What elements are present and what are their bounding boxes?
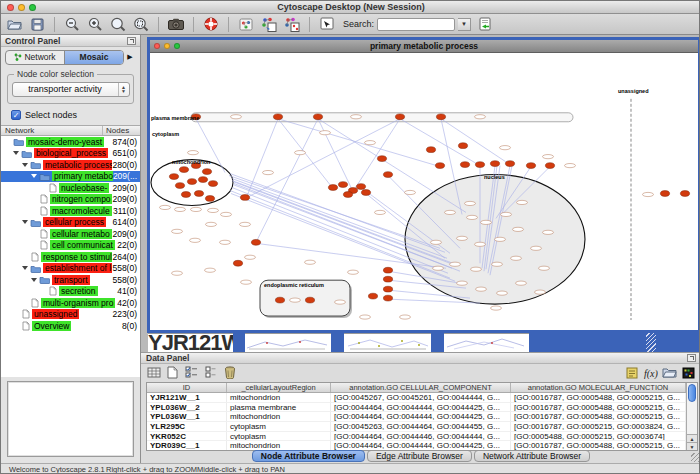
gene-node[interactable]	[240, 222, 251, 226]
selected-gene-node[interactable]	[526, 163, 535, 169]
open-attributes-icon[interactable]	[662, 366, 677, 380]
tree-item-unassigned[interactable]: unassigned223(0)	[1, 309, 140, 321]
selected-gene-node[interactable]	[680, 191, 689, 197]
selected-gene-node[interactable]	[475, 162, 484, 168]
background-window-1[interactable]: YJR121W	[148, 333, 233, 352]
gene-node[interactable]	[513, 227, 524, 231]
zoom-out-icon[interactable]	[63, 15, 81, 33]
gene-node[interactable]	[500, 146, 511, 150]
select-nodes-checkbox[interactable]: ✓	[11, 110, 21, 120]
selected-gene-node[interactable]	[383, 276, 392, 282]
gene-node[interactable]	[539, 266, 550, 270]
gene-node[interactable]	[501, 212, 512, 216]
open-icon[interactable]	[5, 15, 23, 33]
import-table-icon[interactable]	[146, 366, 161, 380]
tree-item-metabolic-process[interactable]: metabolic process280(0)	[1, 159, 140, 171]
select-attributes-icon[interactable]	[184, 366, 199, 380]
selected-gene-node[interactable]	[179, 167, 188, 173]
save-icon[interactable]	[28, 15, 46, 33]
search-input[interactable]	[377, 18, 455, 31]
gene-node[interactable]	[241, 280, 252, 284]
matrix-icon[interactable]	[681, 366, 696, 380]
tree-item-nucleobase-[interactable]: nucleobase-209(0)	[1, 182, 140, 194]
background-window-4[interactable]	[444, 333, 529, 352]
gene-node[interactable]	[492, 262, 503, 266]
selected-gene-node[interactable]	[328, 185, 337, 191]
selected-gene-node[interactable]	[198, 177, 207, 183]
selected-gene-node[interactable]	[338, 182, 347, 188]
gene-node[interactable]	[471, 267, 482, 271]
tree-item-secretion[interactable]: secretion41(0)	[1, 286, 140, 298]
formula-icon[interactable]: f(x)	[643, 366, 658, 380]
tree-item-cellular-process[interactable]: cellular process614(0)	[1, 217, 140, 229]
selected-gene-node[interactable]	[383, 267, 392, 273]
data-panel-detach-icon[interactable]	[687, 354, 696, 362]
region-plasma-membrane[interactable]	[191, 113, 573, 122]
selected-gene-node[interactable]	[660, 191, 669, 197]
gene-node[interactable]	[365, 141, 376, 145]
selected-gene-node[interactable]	[545, 163, 554, 169]
tree-item-cell-communicat[interactable]: cell communicat22(0)	[1, 240, 140, 252]
expander-icon[interactable]	[13, 151, 19, 155]
selected-gene-node[interactable]	[368, 293, 377, 299]
gene-node[interactable]	[348, 270, 359, 274]
vizmapper-icon[interactable]	[237, 15, 255, 33]
tree-item-establishment-of-lo[interactable]: establishment of lo558(0)	[1, 263, 140, 275]
selected-gene-node[interactable]	[383, 295, 392, 301]
selected-gene-node[interactable]	[175, 183, 184, 189]
selected-gene-node[interactable]	[194, 191, 203, 197]
layout-region-icon[interactable]	[260, 15, 278, 33]
tab-network[interactable]: Network	[6, 51, 64, 64]
expander-icon[interactable]	[22, 220, 28, 224]
tab-edge-attribute-browser[interactable]: Edge Attribute Browser	[367, 450, 472, 462]
label-icon[interactable]	[624, 366, 639, 380]
gene-node[interactable]	[450, 262, 461, 266]
selected-gene-node[interactable]	[208, 181, 217, 187]
gene-node[interactable]	[475, 242, 486, 246]
selected-gene-node[interactable]	[361, 190, 370, 196]
window-resize-grip-icon[interactable]	[691, 453, 700, 462]
selected-gene-node[interactable]	[490, 161, 499, 167]
gene-node[interactable]	[172, 229, 183, 233]
tree-item-overview[interactable]: Overview8(0)	[1, 320, 140, 332]
gene-node[interactable]	[245, 255, 256, 259]
search-dropdown-button[interactable]: ▼	[458, 18, 471, 31]
selected-gene-node[interactable]	[458, 143, 467, 149]
tree-item-nitrogen-compo[interactable]: nitrogen compo209(0)	[1, 194, 140, 206]
selected-gene-node[interactable]	[273, 114, 282, 120]
unselect-attributes-icon[interactable]	[203, 366, 218, 380]
table-row[interactable]: YKR052Ccytoplasm[GO:0044464, GO:0044446,…	[147, 432, 686, 442]
expander-icon[interactable]	[22, 266, 28, 270]
selected-gene-node[interactable]	[383, 172, 392, 178]
tab-mosaic[interactable]: Mosaic	[64, 51, 123, 64]
selected-gene-node[interactable]	[305, 297, 314, 303]
selected-gene-node[interactable]	[169, 174, 178, 180]
gene-node[interactable]	[497, 291, 508, 295]
selected-gene-node[interactable]	[275, 297, 284, 303]
tree-column-nodes[interactable]: Nodes	[102, 126, 140, 135]
gene-node[interactable]	[220, 240, 231, 244]
resize-grip-icon[interactable]	[646, 333, 656, 352]
tree-item-response-to-stimulu[interactable]: response to stimulu264(0)	[1, 251, 140, 263]
scroll-down-icon[interactable]: ▼	[687, 442, 697, 450]
gene-node[interactable]	[531, 246, 542, 250]
gene-node[interactable]	[511, 256, 522, 260]
zoom-selected-icon[interactable]	[132, 15, 150, 33]
tree-column-network[interactable]: Network	[1, 126, 102, 135]
selected-gene-node[interactable]	[383, 286, 392, 292]
tree-item-transport[interactable]: transport558(0)	[1, 274, 140, 286]
gene-node[interactable]	[191, 207, 202, 211]
annotation-icon[interactable]	[318, 15, 336, 33]
gene-node[interactable]	[205, 268, 216, 272]
selected-gene-node[interactable]	[202, 169, 211, 175]
tree-item-multi-organism-pro[interactable]: multi-organism pro42(0)	[1, 297, 140, 309]
tab-network-attribute-browser[interactable]: Network Attribute Browser	[474, 450, 590, 462]
gene-node[interactable]	[475, 115, 486, 119]
selected-gene-node[interactable]	[435, 163, 444, 169]
gene-node[interactable]	[172, 271, 183, 275]
selected-gene-node[interactable]	[377, 156, 386, 162]
table-row[interactable]: YPL036W__2plasma membrane[GO:0044464, GO…	[147, 403, 686, 413]
gene-node[interactable]	[467, 215, 478, 219]
gene-node[interactable]	[206, 222, 217, 226]
gene-node[interactable]	[543, 230, 554, 234]
